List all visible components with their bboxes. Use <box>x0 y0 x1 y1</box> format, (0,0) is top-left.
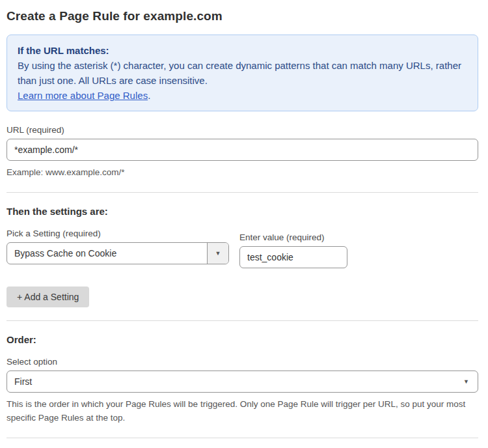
add-setting-row: + Add a Setting <box>7 287 478 307</box>
caret-down-icon: ▼ <box>215 251 221 257</box>
caret-down-icon: ▼ <box>463 379 469 385</box>
value-label: Enter value (required) <box>239 232 347 242</box>
divider <box>7 438 478 438</box>
url-helper: Example: www.example.com/* <box>7 165 478 179</box>
settings-row: Pick a Setting (required) Bypass Cache o… <box>7 229 478 268</box>
divider <box>7 192 478 193</box>
url-match-info-box: If the URL matches: By using the asteris… <box>7 35 478 111</box>
url-label: URL (required) <box>7 125 478 135</box>
page-rules-link[interactable]: Learn more about Page Rules <box>18 90 148 101</box>
info-link-line: Learn more about Page Rules. <box>18 88 467 103</box>
order-label: Select option <box>7 357 478 367</box>
setting-label: Pick a Setting (required) <box>7 229 229 238</box>
setting-select-value: Bypass Cache on Cookie <box>7 248 207 259</box>
order-select-caret: ▼ <box>463 379 478 385</box>
settings-heading: Then the settings are: <box>7 206 478 217</box>
order-select[interactable]: First ▼ <box>7 371 478 393</box>
link-suffix: . <box>148 90 150 101</box>
order-heading: Order: <box>7 334 478 345</box>
order-helper: This is the order in which your Page Rul… <box>7 397 478 425</box>
page-title: Create a Page Rule for example.com <box>7 9 478 23</box>
setting-select[interactable]: Bypass Cache on Cookie ▼ <box>7 242 229 264</box>
order-select-value: First <box>7 376 463 387</box>
info-body: By using the asterisk (*) character, you… <box>18 58 467 88</box>
url-input[interactable] <box>7 139 478 161</box>
value-column: Enter value (required) <box>239 229 347 268</box>
info-heading: If the URL matches: <box>18 43 467 58</box>
divider <box>7 320 478 321</box>
setting-column: Pick a Setting (required) Bypass Cache o… <box>7 229 229 264</box>
setting-value-input[interactable] <box>239 246 347 268</box>
setting-select-caret-button[interactable]: ▼ <box>207 243 228 264</box>
add-setting-button[interactable]: + Add a Setting <box>7 287 89 307</box>
